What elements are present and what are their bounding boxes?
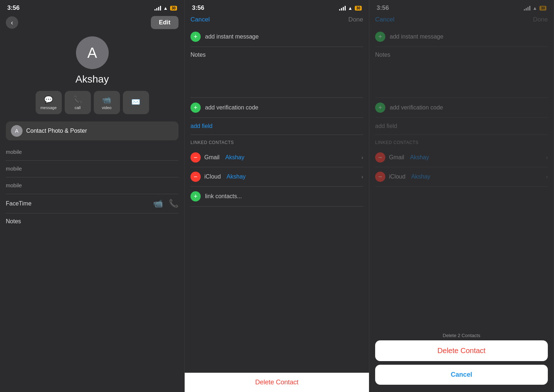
delete-contact-action[interactable]: Delete Contact — [375, 340, 548, 361]
status-bar-3: 3:56 ▲ 30 — [369, 0, 554, 14]
notes-label: Notes — [6, 218, 21, 224]
mobile-label-3: mobile — [6, 182, 178, 188]
plus-icon-p3-1: + — [375, 32, 385, 42]
notes-label-p3: Notes — [375, 52, 548, 58]
facetime-row: FaceTime 📹 📞 — [6, 194, 178, 213]
message-label: message — [40, 105, 57, 110]
video-button[interactable]: 📹 video — [94, 91, 120, 114]
icloud-service-p3: iCloud — [389, 173, 405, 180]
wifi-icon-2: ▲ — [348, 5, 353, 11]
linked-left-icloud-p3: − iCloud Akshay — [375, 172, 430, 182]
status-bar-1: 3:56 ▲ 30 — [0, 0, 184, 14]
add-instant-msg-label-p3: add instant message — [390, 33, 443, 40]
plus-icon-verification: + — [190, 103, 201, 113]
action-buttons: 💬 message 📞 call 📹 video ✉️ — [32, 91, 153, 114]
wifi-icon-1: ▲ — [163, 5, 168, 11]
delete-2-contacts-label: Delete 2 Contacts — [375, 329, 548, 340]
linked-left-gmail-p3: − Gmail Akshay — [375, 152, 429, 163]
call-button[interactable]: 📞 call — [65, 91, 91, 114]
action-sheet-cancel-card[interactable]: Cancel — [375, 365, 548, 385]
minus-icloud-p3: − — [375, 172, 385, 182]
notes-content-p3 — [375, 61, 548, 83]
edit-button[interactable]: Edit — [151, 16, 178, 29]
minus-icon-icloud[interactable]: − — [190, 172, 201, 182]
facetime-icons: 📹 📞 — [153, 199, 178, 208]
battery-badge-3: 30 — [539, 6, 546, 11]
delete-contact-label-p2: Delete Contact — [255, 379, 298, 386]
avatar: A — [76, 36, 109, 69]
contact-avatar-small: A — [11, 125, 23, 137]
facetime-video-icon[interactable]: 📹 — [153, 199, 163, 208]
notes-edit-content[interactable] — [190, 61, 363, 83]
linked-name-gmail: Akshay — [225, 154, 244, 161]
chevron-icloud-p3: › — [546, 174, 548, 180]
add-verification-code-row[interactable]: + add verification code — [190, 98, 363, 118]
back-button[interactable]: ‹ — [6, 16, 18, 29]
panel-contact-detail: 3:56 ▲ 30 ‹ Edit A Akshay 💬 message — [0, 0, 185, 392]
linked-header-p3: LINKED CONTACTS — [375, 135, 548, 148]
message-button[interactable]: 💬 message — [36, 91, 62, 114]
add-instant-message-row[interactable]: + add instant message — [190, 27, 363, 47]
cancel-button-p2[interactable]: Cancel — [190, 16, 210, 23]
contact-name: Akshay — [76, 73, 109, 85]
notes-section-p3: Notes — [375, 47, 548, 98]
mobile-item-2: mobile — [6, 161, 178, 177]
linked-icloud-p3: − iCloud Akshay › — [375, 167, 548, 187]
status-time-1: 3:56 — [7, 4, 20, 12]
action-sheet-overlay: Delete 2 Contacts Delete Contact Cancel — [369, 329, 554, 392]
minus-gmail-p3: − — [375, 152, 385, 163]
delete-contact-bar-p2[interactable]: Delete Contact — [185, 373, 369, 392]
edit-top-bar-p3: Cancel Done — [369, 14, 554, 27]
verification-label-p3: add verification code — [390, 104, 443, 111]
add-field-row[interactable]: add field — [190, 118, 363, 135]
video-label: video — [102, 105, 111, 110]
link-contacts-row[interactable]: + link contacts... — [190, 187, 363, 207]
add-instant-message-label: add instant message — [205, 33, 259, 40]
add-instant-msg-p3: + add instant message — [375, 27, 548, 47]
action-sheet-card: Delete Contact — [375, 340, 548, 361]
mobile-label-2: mobile — [6, 165, 178, 172]
call-icon: 📞 — [73, 95, 82, 104]
chevron-icon-gmail: › — [361, 155, 363, 160]
linked-contact-icloud[interactable]: − iCloud Akshay › — [190, 167, 363, 187]
panel1-top-bar: ‹ Edit — [0, 14, 184, 33]
linked-contact-gmail[interactable]: − Gmail Akshay › — [190, 148, 363, 167]
status-time-2: 3:56 — [192, 4, 204, 12]
icloud-name-p3: Akshay — [411, 173, 430, 180]
panel-edit-contact: 3:56 ▲ 30 Cancel Done + add instant mess… — [185, 0, 369, 392]
notes-edit-label: Notes — [190, 52, 363, 58]
linked-service-gmail: Gmail — [204, 154, 220, 161]
battery-badge-1: 30 — [170, 6, 177, 11]
edit-top-bar: Cancel Done — [185, 14, 369, 27]
signal-icon-2 — [339, 5, 346, 11]
add-field-label: add field — [190, 123, 213, 129]
panel-delete-confirm: 3:56 ▲ 30 Cancel Done + add instant mess… — [369, 0, 554, 392]
done-button-p3: Done — [533, 16, 548, 23]
mobile-item-3: mobile — [6, 177, 178, 194]
status-icons-2: ▲ 30 — [339, 5, 362, 11]
done-button-p2[interactable]: Done — [348, 16, 363, 23]
signal-icon-1 — [154, 5, 161, 11]
linked-left-gmail: − Gmail Akshay — [190, 152, 244, 163]
mobile-label-1: mobile — [6, 149, 178, 155]
mail-icon: ✉️ — [131, 97, 140, 106]
panel3-background-content: 3:56 ▲ 30 Cancel Done + add instant mess… — [369, 0, 554, 187]
contact-avatar-section: A Akshay 💬 message 📞 call 📹 video ✉️ — [0, 33, 184, 121]
status-icons-1: ▲ 30 — [154, 5, 177, 11]
chevron-icon-icloud: › — [361, 174, 363, 180]
linked-contacts-header: LINKED CONTACTS — [190, 135, 363, 148]
contact-photo-poster-label: Contact Photo & Poster — [26, 128, 87, 134]
facetime-phone-icon[interactable]: 📞 — [169, 199, 178, 208]
mobile-item-1: mobile — [6, 144, 178, 161]
wifi-icon-3: ▲ — [533, 5, 537, 11]
cancel-button-p3: Cancel — [375, 16, 394, 23]
minus-icon-gmail[interactable]: − — [190, 152, 201, 163]
contact-photo-poster-row[interactable]: A Contact Photo & Poster — [6, 121, 178, 140]
notes-edit-section: Notes — [190, 47, 363, 98]
video-icon: 📹 — [102, 95, 111, 104]
facetime-label: FaceTime — [6, 200, 32, 207]
add-verification-code-label: add verification code — [205, 104, 258, 111]
gmail-service-p3: Gmail — [389, 154, 404, 161]
mail-button[interactable]: ✉️ — [123, 91, 149, 114]
edit-list: + add instant message Notes + add verifi… — [185, 27, 369, 392]
